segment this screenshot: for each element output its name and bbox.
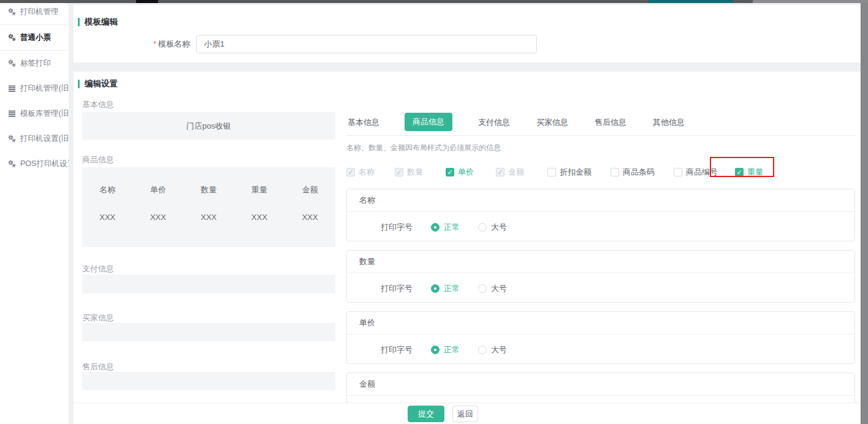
printer-template-edit-page: 打印机管理 普通小票 标签打印 打印机管理(旧) 模板库管理(旧) 打印机设置(…	[0, 0, 868, 424]
table-cell: XXX	[183, 213, 234, 222]
edit-settings-panel: 编辑设置 基本信息 门店pos收银 商品信息 名称 单价 数量 重量 金额	[74, 72, 861, 403]
section-header-template-edit: 模板编辑	[78, 17, 118, 28]
sidebar-item-label-print[interactable]: 标签打印	[0, 51, 69, 76]
sidebar: 打印机管理 普通小票 标签打印 打印机管理(旧) 模板库管理(旧) 打印机设置(…	[0, 3, 69, 424]
print-size-label: 打印字号	[381, 222, 413, 233]
field-card-unit-price: 单价 打印字号 正常 大号	[346, 311, 855, 364]
gears-icon	[8, 8, 16, 16]
checkbox-amount[interactable]: 金额	[496, 167, 524, 178]
preview-basic-box: 门店pos收银	[82, 112, 335, 140]
field-card-quantity: 数量 打印字号 正常 大号	[346, 250, 855, 303]
preview-payment-box	[82, 274, 335, 293]
template-name-label: *模板名称	[74, 39, 190, 50]
table-header-cell: 数量	[183, 184, 234, 195]
preview-buyer-box	[82, 323, 335, 341]
tab-other-info[interactable]: 其他信息	[653, 117, 685, 128]
gears-icon	[8, 34, 16, 42]
gears-icon	[8, 59, 16, 67]
field-card-amount: 金额 打印字号 正常 大号	[346, 373, 855, 403]
sidebar-item-template-library-old[interactable]: 模板库管理(旧)	[0, 101, 69, 126]
main-content: 模板编辑 *模板名称 编辑设置 基本信息 门店pos收银 商品信息	[74, 3, 861, 424]
radio-icon	[478, 223, 487, 232]
checkbox-product-barcode[interactable]: 商品条码	[611, 167, 655, 178]
gears-icon	[8, 135, 16, 143]
list-icon	[8, 85, 16, 93]
submit-button[interactable]: 提交	[408, 406, 444, 422]
vertical-scrollbar[interactable]	[861, 3, 868, 424]
tab-buyer-info[interactable]: 买家信息	[536, 117, 568, 128]
table-header-cell: 名称	[82, 184, 133, 195]
template-name-input[interactable]	[196, 35, 537, 53]
radio-large[interactable]: 大号	[478, 222, 507, 233]
field-checkbox-row: 名称 数量 单价 金额 折扣金额 商品条码 商品编号 重量	[346, 167, 856, 176]
preview-payment-label: 支付信息	[82, 263, 114, 274]
radio-normal[interactable]: 正常	[431, 222, 460, 233]
template-name-row: *模板名称	[74, 35, 537, 53]
preview-buyer-label: 买家信息	[82, 312, 114, 324]
sidebar-item-label: 打印机管理	[20, 7, 59, 17]
section-title: 模板编辑	[85, 17, 118, 28]
checkbox-box	[674, 168, 682, 176]
radio-normal[interactable]: 正常	[431, 283, 460, 294]
radio-icon	[431, 284, 440, 293]
print-size-label: 打印字号	[381, 344, 413, 355]
radio-icon	[478, 284, 487, 293]
field-card-title: 数量	[347, 251, 855, 273]
tab-aftersale-info[interactable]: 售后信息	[595, 117, 626, 128]
radio-icon	[478, 346, 487, 354]
sidebar-item-label: POS打印机设置	[20, 159, 69, 169]
radio-large[interactable]: 大号	[478, 283, 507, 294]
checkbox-quantity[interactable]: 数量	[395, 167, 423, 178]
field-card-name: 名称 打印字号 正常 大号	[346, 189, 855, 241]
required-fields-note: 名称、数量、金额因布局样式为必须展示的信息	[346, 143, 501, 153]
sidebar-item-pos-printer-settings[interactable]: POS打印机设置	[0, 151, 69, 176]
table-header-cell: 金额	[284, 184, 335, 195]
section-accent-bar	[78, 80, 80, 88]
list-icon	[8, 110, 16, 118]
table-cell: XXX	[82, 213, 133, 222]
sidebar-item-printer-management[interactable]: 打印机管理	[0, 3, 69, 25]
field-card-body: 打印字号 正常 大号	[347, 273, 855, 303]
preview-aftersale-label: 售后信息	[82, 362, 114, 373]
preview-product-label: 商品信息	[82, 154, 114, 165]
checkbox-name[interactable]: 名称	[346, 167, 375, 178]
preview-receipt-title: 门店pos收银	[186, 121, 231, 132]
table-header-cell: 单价	[133, 184, 184, 195]
table-header-cell: 重量	[234, 184, 285, 195]
checkbox-box	[395, 168, 403, 176]
preview-aftersale-box	[82, 372, 335, 390]
checkbox-unit-price[interactable]: 单价	[446, 167, 474, 178]
field-card-title: 金额	[347, 373, 855, 396]
checkbox-box	[496, 168, 504, 176]
sidebar-item-label: 打印机设置(旧)	[20, 134, 69, 144]
radio-large[interactable]: 大号	[478, 344, 507, 355]
sidebar-item-label: 模板库管理(旧)	[20, 108, 69, 119]
gears-icon	[8, 160, 16, 168]
sidebar-item-label: 标签打印	[20, 58, 51, 69]
sidebar-item-printer-settings-old[interactable]: 打印机设置(旧)	[0, 126, 69, 151]
section-accent-bar	[78, 18, 80, 26]
field-card-title: 单价	[347, 312, 855, 335]
tab-basic-info[interactable]: 基本信息	[348, 117, 379, 128]
sidebar-item-normal-receipt[interactable]: 普通小票	[0, 25, 69, 51]
tab-product-info[interactable]: 商品信息	[405, 113, 452, 131]
table-cell: XXX	[284, 213, 335, 222]
tab-payment-info[interactable]: 支付信息	[478, 117, 510, 128]
preview-table-header-row: 名称 单价 数量 重量 金额	[82, 184, 335, 195]
template-edit-panel: 模板编辑 *模板名称	[74, 5, 861, 62]
footer-bar: 提交 返回	[74, 403, 861, 424]
table-cell: XXX	[234, 213, 285, 222]
section-title: 编辑设置	[85, 78, 118, 89]
radio-icon	[431, 223, 440, 232]
preview-table-data-row: XXX XXX XXX XXX XXX	[82, 213, 335, 222]
radio-normal[interactable]: 正常	[431, 344, 460, 355]
radio-icon	[431, 346, 440, 354]
checkbox-box	[446, 168, 454, 176]
preview-product-table: 名称 单价 数量 重量 金额 XXX XXX XXX XXX XXX	[82, 167, 335, 247]
weight-highlight-annotation	[710, 157, 774, 177]
sidebar-item-printer-management-old[interactable]: 打印机管理(旧)	[0, 76, 69, 101]
sidebar-menu: 打印机管理 普通小票 标签打印 打印机管理(旧) 模板库管理(旧) 打印机设置(…	[0, 3, 69, 176]
required-mark: *	[153, 39, 156, 48]
checkbox-discount-amount[interactable]: 折扣金额	[547, 167, 592, 178]
back-button[interactable]: 返回	[452, 406, 478, 422]
